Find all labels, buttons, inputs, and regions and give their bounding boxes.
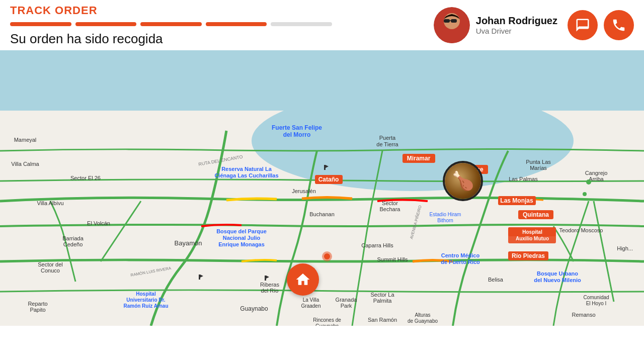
svg-text:Nacional Julio: Nacional Julio: [223, 235, 261, 241]
svg-text:Papito: Papito: [30, 307, 45, 313]
svg-text:Villa Calma: Villa Calma: [11, 161, 39, 167]
svg-text:Las Monjas: Las Monjas: [500, 197, 533, 204]
driver-name: Johan Rodriguez: [476, 15, 557, 27]
svg-rect-11: [199, 275, 200, 280]
svg-text:Alturas: Alturas: [415, 312, 430, 318]
header: TRACK ORDER Su orden ha sido recogida: [0, 0, 644, 50]
svg-text:Miramar: Miramar: [407, 155, 431, 162]
svg-text:Fuerte San Felipe: Fuerte San Felipe: [272, 124, 322, 131]
svg-text:Caparra Hills: Caparra Hills: [361, 242, 393, 248]
driver-role: Uva Driver: [476, 27, 557, 35]
svg-text:Auxilio Mutuo: Auxilio Mutuo: [516, 236, 549, 241]
svg-text:Cedeño: Cedeño: [63, 241, 83, 247]
food-icon: 🍗: [445, 163, 481, 199]
svg-text:Granada: Granada: [336, 297, 358, 303]
svg-text:Bechara: Bechara: [380, 206, 401, 212]
svg-text:Rincones de: Rincones de: [313, 317, 341, 323]
svg-text:Ciénaga Las Cucharillas: Ciénaga Las Cucharillas: [214, 172, 278, 178]
svg-rect-3: [444, 19, 450, 23]
map-container[interactable]: Fuerte San Felipe del Morro Puerta de Ti…: [0, 50, 644, 326]
svg-text:Universitario Dr.: Universitario Dr.: [126, 297, 165, 303]
svg-text:Palmita: Palmita: [373, 298, 392, 304]
svg-text:Hospital: Hospital: [136, 291, 156, 297]
svg-text:Comunidad: Comunidad: [583, 295, 609, 300]
title-area: TRACK ORDER Su orden ha sido recogida: [10, 4, 434, 47]
driver-location-marker: 🍗: [443, 161, 483, 201]
svg-text:Summit Hills: Summit Hills: [377, 256, 408, 262]
svg-text:Sector La: Sector La: [370, 292, 394, 298]
progress-bar: [10, 22, 332, 26]
svg-text:Cangrejo: Cangrejo: [585, 170, 608, 176]
svg-text:de Guaynabo: de Guaynabo: [408, 318, 438, 324]
progress-segment-2: [75, 22, 137, 26]
svg-text:Sector El 26: Sector El 26: [70, 175, 101, 181]
progress-segment-1: [10, 22, 71, 26]
progress-segment-5: [271, 22, 332, 26]
svg-text:Sector: Sector: [382, 200, 398, 206]
app-title: TRACK ORDER: [10, 4, 434, 17]
svg-text:Las Palmas: Las Palmas: [509, 176, 538, 182]
svg-text:del Nuevo Milenio: del Nuevo Milenio: [534, 277, 581, 283]
svg-point-96: [586, 179, 591, 185]
svg-text:High...: High...: [617, 245, 633, 251]
svg-text:Reserva Natural La: Reserva Natural La: [221, 166, 272, 172]
svg-text:Estadio Hiram: Estadio Hiram: [430, 212, 461, 217]
svg-rect-13: [265, 276, 266, 281]
svg-rect-4: [451, 19, 457, 23]
progress-segment-4: [206, 22, 267, 26]
svg-text:Quintana: Quintana: [523, 211, 549, 218]
svg-text:Guaynabo: Guaynabo: [240, 305, 268, 312]
svg-text:Mameyal: Mameyal: [14, 137, 37, 143]
svg-text:Jerusalén: Jerusalén: [292, 188, 316, 194]
home-icon: [295, 272, 311, 288]
svg-text:Ramón Ruiz Arnau: Ramón Ruiz Arnau: [123, 303, 168, 309]
svg-text:Bosque del Parque: Bosque del Parque: [216, 228, 267, 234]
svg-text:Bayamón: Bayamón: [175, 239, 202, 247]
svg-text:Bithorn: Bithorn: [437, 218, 453, 223]
phone-icon: [611, 18, 626, 33]
svg-text:Graaden: Graaden: [301, 303, 321, 309]
svg-text:Río Piedras: Río Piedras: [512, 252, 545, 259]
call-button[interactable]: [604, 10, 634, 40]
svg-text:Riberas: Riberas: [260, 282, 279, 288]
svg-text:Reparto: Reparto: [28, 301, 47, 307]
svg-text:Buchanan: Buchanan: [309, 211, 335, 217]
driver-area: Johan Rodriguez Uva Driver: [434, 7, 634, 43]
progress-segment-3: [140, 22, 202, 26]
svg-text:Guaynabo: Guaynabo: [315, 323, 339, 326]
svg-text:Arriba: Arriba: [589, 176, 604, 182]
avatar: [434, 7, 470, 43]
svg-text:Teodoro Moscoso: Teodoro Moscoso: [559, 227, 603, 233]
message-button[interactable]: [568, 10, 598, 40]
svg-text:Marías: Marías: [530, 165, 547, 171]
svg-text:El Volcán: El Volcán: [87, 220, 110, 226]
svg-text:Bosque Urbano: Bosque Urbano: [537, 270, 578, 277]
svg-text:El Hoyo I: El Hoyo I: [586, 301, 607, 306]
svg-text:Centro Médico: Centro Médico: [441, 252, 480, 258]
svg-text:Remanso: Remanso: [572, 312, 595, 318]
map-background: Fuerte San Felipe del Morro Puerta de Ti…: [0, 50, 644, 326]
driver-info: Johan Rodriguez Uva Driver: [476, 15, 557, 35]
svg-text:Park: Park: [341, 303, 352, 309]
home-marker[interactable]: [287, 263, 319, 296]
svg-text:de Puerto Rico: de Puerto Rico: [441, 259, 480, 265]
svg-point-97: [583, 192, 587, 196]
svg-text:Enrique Monagas: Enrique Monagas: [218, 241, 265, 247]
svg-rect-9: [324, 165, 326, 170]
svg-text:Barriada: Barriada: [62, 235, 84, 241]
svg-text:Belisa: Belisa: [488, 277, 504, 283]
svg-text:del Morro: del Morro: [283, 131, 311, 138]
svg-text:de Tierra: de Tierra: [376, 141, 398, 147]
svg-text:Punta Las: Punta Las: [526, 159, 551, 165]
svg-text:Puerta: Puerta: [379, 135, 396, 141]
svg-text:Conuco: Conuco: [41, 267, 60, 274]
svg-text:San Ramón: San Ramón: [368, 317, 397, 323]
location-pulse: [322, 251, 332, 261]
svg-text:Villa Albivu: Villa Albivu: [37, 200, 64, 206]
svg-text:Sector del: Sector del: [38, 261, 63, 267]
message-icon: [575, 18, 590, 33]
svg-text:del Río: del Río: [261, 288, 279, 294]
home-button[interactable]: [287, 263, 319, 296]
svg-text:Hospital: Hospital: [522, 229, 542, 235]
status-text: Su orden ha sido recogida: [10, 31, 434, 47]
